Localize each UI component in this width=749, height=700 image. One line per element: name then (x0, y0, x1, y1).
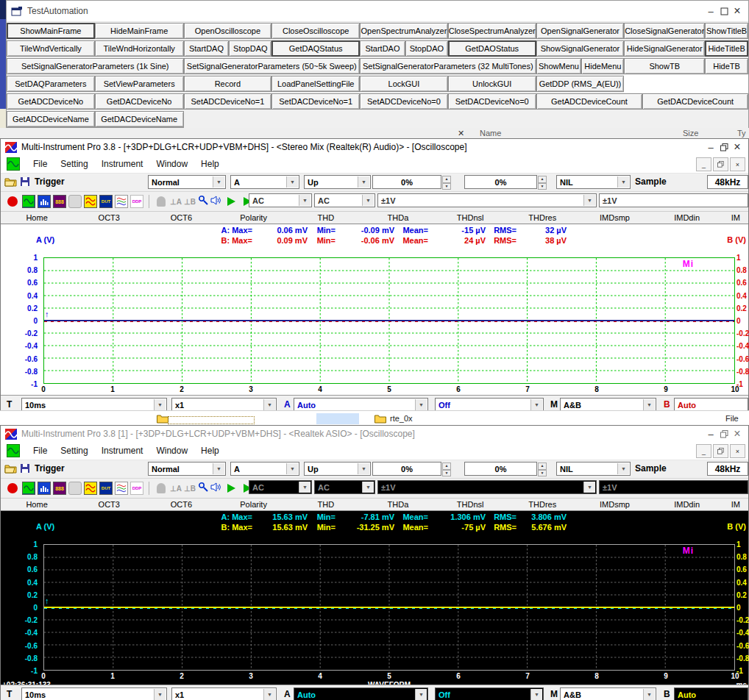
ta-button-showsignalgenerator[interactable]: ShowSignalGenerator (536, 40, 625, 57)
maximize-icon[interactable] (717, 4, 731, 18)
minimize-icon[interactable]: – (704, 427, 717, 440)
ta-button-setviewparameters[interactable]: SetViewParameters (95, 76, 184, 92)
tab-oct3[interactable]: OCT3 (73, 500, 145, 509)
multimeter-icon[interactable]: 888 (53, 195, 66, 208)
menu-help[interactable]: Help (201, 446, 219, 456)
trigger-level-spinner[interactable]: 0%▲▼ (372, 462, 441, 476)
tab-imddin[interactable]: IMDdin (651, 213, 723, 222)
minimize-icon[interactable]: – (704, 4, 717, 18)
trigger-level-spinner[interactable]: 0%▲▼ (372, 175, 441, 189)
ta-button-stopdao[interactable]: StopDAO (405, 40, 448, 57)
ta-button-getdacdevicename[interactable]: GetDACDeviceName (95, 111, 184, 127)
ta-button-getdaostatus[interactable]: GetDAOStatus (448, 40, 536, 57)
tab-home[interactable]: Home (1, 500, 73, 509)
tab-thdnsl[interactable]: THDnsl (434, 213, 506, 222)
trigger-source-select[interactable]: A▼ (230, 175, 299, 189)
close-icon[interactable]: × (731, 427, 744, 440)
run-icon[interactable] (227, 197, 235, 206)
ta-button-opensignalgenerator[interactable]: OpenSignalGenerator (536, 23, 625, 39)
trigger-edge-select[interactable]: Up▼ (304, 175, 371, 189)
open-file-icon[interactable] (4, 463, 17, 476)
ta-button-showmainframe[interactable]: ShowMainFrame (7, 23, 95, 39)
minimize-icon[interactable]: – (704, 140, 717, 154)
tab-thdnsl[interactable]: THDnsl (434, 500, 506, 509)
trigger-delay-spinner[interactable]: 0%▲▼ (464, 462, 537, 476)
tab-thd[interactable]: THD (290, 500, 362, 509)
multi-wave-icon[interactable] (115, 195, 128, 208)
open-file-icon[interactable] (4, 176, 17, 190)
ta-button-openoscilloscope[interactable]: OpenOscilloscope (184, 23, 272, 39)
coupling-b-select[interactable]: AC▼ (314, 480, 375, 494)
ta-button-tilewndvertically[interactable]: TileWndVertically (7, 40, 95, 57)
tab-oct6[interactable]: OCT6 (145, 213, 217, 222)
ta-button-lockgui[interactable]: LockGUI (360, 76, 448, 92)
tab-imdsmp[interactable]: IMDsmp (578, 500, 650, 509)
menu-setting[interactable]: Setting (60, 446, 88, 456)
tab-thda[interactable]: THDa (362, 213, 434, 222)
ta-button-hidetitleb[interactable]: HideTitleB (705, 40, 748, 57)
mdi-restore-icon[interactable] (713, 444, 728, 458)
ta-button-getadcdevicename[interactable]: GetADCDeviceName (7, 111, 95, 127)
probe-icon[interactable] (198, 195, 208, 208)
tab-imddin[interactable]: IMDdin (651, 500, 723, 509)
waveform-plot[interactable]: ↑ Mi (43, 544, 735, 671)
zoom-select[interactable]: x1▼ (171, 688, 277, 700)
tab-imdsmp[interactable]: IMDsmp (578, 213, 650, 222)
mdi-minimize-icon[interactable]: _ (696, 444, 711, 458)
trigger-nil-select[interactable]: NIL▼ (556, 462, 631, 476)
record-icon[interactable] (7, 483, 18, 493)
mix-select[interactable]: A&B▼ (560, 688, 656, 700)
multi-wave-icon[interactable] (115, 482, 128, 495)
tab-home[interactable]: Home (1, 213, 73, 222)
range-a-select[interactable]: ±1V▼ (377, 480, 597, 494)
channel-a-range-select[interactable]: Auto▼ (294, 688, 428, 700)
ta-button-getdaqstatus[interactable]: GetDAQStatus (271, 40, 360, 57)
signal-generator-icon[interactable] (84, 482, 97, 495)
ta-button-setadcdeviceno-0[interactable]: SetADCDeviceNo=0 (360, 93, 448, 110)
ta-button-getddp-rms-a-eu-[interactable]: GetDDP (RMS_A(EU)) (536, 76, 625, 92)
tab-im[interactable]: IM (723, 213, 748, 222)
menu-file[interactable]: File (33, 446, 47, 456)
save-icon[interactable] (20, 176, 30, 190)
ta-button-openspectrumanalyzer[interactable]: OpenSpectrumAnalyzer (360, 23, 448, 39)
ta-button-hidemenu[interactable]: HideMenu (581, 58, 624, 74)
menu-file[interactable]: File (33, 159, 47, 169)
mdi-restore-icon[interactable] (713, 157, 728, 171)
record-icon[interactable] (7, 196, 18, 207)
ta-button-getadcdevicecount[interactable]: GetADCDeviceCount (536, 93, 643, 110)
oscilloscope-icon[interactable] (22, 482, 35, 495)
ta-button-setsignalgeneratorparameters-50-5k-sweep-[interactable]: SetSignalGeneratorParameters (50~5k Swee… (184, 58, 361, 74)
channel-b-range-select[interactable]: Auto (674, 688, 748, 700)
save-icon[interactable] (20, 463, 30, 476)
spectrum-analyzer-icon[interactable] (38, 482, 51, 495)
coupling-a-select[interactable]: AC▼ (249, 193, 312, 207)
ta-button-getdacdevicecount[interactable]: GetDACDeviceCount (642, 93, 748, 110)
trigger-mode-select[interactable]: Normal▼ (148, 462, 226, 476)
multimeter-icon[interactable]: 888 (53, 482, 66, 495)
ta-button-closesignalgenerator[interactable]: CloseSignalGenerator (624, 23, 705, 39)
device-test-plan-icon[interactable]: DUT (99, 482, 113, 495)
coupling-a-select[interactable]: AC▼ (249, 480, 312, 494)
device-test-plan-icon[interactable]: DUT (99, 195, 113, 208)
persistence-select[interactable]: Off▼ (435, 688, 544, 700)
speaker-icon[interactable] (210, 195, 222, 208)
mdi-minimize-icon[interactable]: _ (696, 157, 711, 171)
trigger-level-marker[interactable]: ↑ (45, 596, 49, 605)
tab-thd[interactable]: THD (290, 213, 362, 222)
ta-button-record[interactable]: Record (184, 76, 272, 92)
range-a-select[interactable]: ±1V▼ (377, 193, 597, 207)
trigger-delay-spinner[interactable]: 0%▲▼ (464, 175, 537, 189)
probe-icon[interactable] (198, 482, 208, 495)
close-icon[interactable]: × (731, 140, 744, 154)
ta-button-getdacdeviceno[interactable]: GetDACDeviceNo (95, 93, 184, 110)
ta-button-setdaqparameters[interactable]: SetDAQParameters (7, 76, 95, 92)
trigger-source-select[interactable]: A▼ (230, 462, 299, 476)
menu-instrument[interactable]: Instrument (102, 159, 143, 169)
ddp-viewer-icon[interactable]: DDP (130, 482, 143, 495)
ta-button-hidetb[interactable]: HideTB (705, 58, 748, 74)
menu-window[interactable]: Window (156, 159, 188, 169)
ta-button-setadcdeviceno-1[interactable]: SetADCDeviceNo=1 (184, 93, 272, 110)
waveform-plot[interactable]: ↑ Mi (43, 257, 735, 384)
ta-button-unlockgui[interactable]: UnlockGUI (448, 76, 536, 92)
tab-thda[interactable]: THDa (362, 500, 434, 509)
